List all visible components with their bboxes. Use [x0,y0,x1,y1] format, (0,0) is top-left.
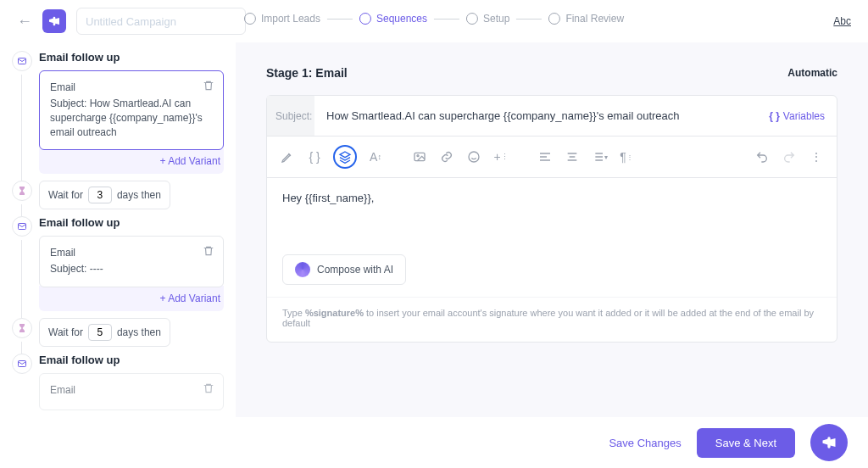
email-label: Email [50,384,213,396]
wait-step[interactable]: Wait for days then [39,318,170,347]
step-setup[interactable]: Setup [466,13,509,25]
hourglass-icon [12,318,32,338]
email-subject-preview: Subject: How Smartlead.AI can supercharg… [50,97,213,139]
pencil-icon[interactable] [279,148,296,165]
help-fab-icon[interactable] [810,424,848,461]
braces-icon[interactable]: { } [306,148,323,165]
signature-hint: Type %signature% to insert your email ac… [267,297,837,342]
followup-title: Email follow up [39,51,224,64]
campaign-title-input[interactable] [76,8,246,35]
abc-link[interactable]: Abc [833,15,851,27]
email-label: Email [50,247,213,259]
megaphone-icon [42,9,66,33]
back-arrow-icon[interactable]: ← [17,13,32,31]
sequence-sidebar: Email follow up Email Subject: How Smart… [0,42,236,417]
svg-point-4 [417,155,419,157]
add-variant-button[interactable]: + Add Variant [39,148,224,174]
save-changes-link[interactable]: Save Changes [609,437,681,449]
save-next-button[interactable]: Save & Next [697,428,795,458]
mail-icon [12,51,32,71]
ai-swirl-icon [295,262,310,277]
subject-input[interactable] [326,109,769,122]
step-sequences[interactable]: Sequences [359,13,427,25]
trash-icon[interactable] [203,80,214,94]
variables-button[interactable]: Variables [769,110,825,122]
automatic-label[interactable]: Automatic [787,67,837,79]
editor-toolbar: { } A↕ +⋮ ▾ ¶⋮ [267,136,837,178]
trash-icon[interactable] [203,245,214,259]
layers-icon[interactable] [333,145,357,169]
compose-ai-button[interactable]: Compose with AI [282,254,406,285]
email-body-editor[interactable]: Hey {{first_name}}, [267,178,837,254]
image-icon[interactable] [411,148,428,165]
followup-title: Email follow up [39,354,224,366]
email-label: Email [50,81,213,93]
wait-days-input[interactable] [88,187,112,203]
plus-icon[interactable]: +⋮ [492,148,509,165]
hourglass-icon [12,181,32,201]
step-import-leads[interactable]: Import Leads [244,13,320,25]
emoji-icon[interactable] [465,148,482,165]
step-final-review[interactable]: Final Review [548,13,624,25]
email-card[interactable]: Email Subject: ---- [39,236,224,287]
followup-title: Email follow up [39,216,224,229]
mail-icon [12,354,32,374]
svg-point-5 [469,152,479,162]
mail-icon [12,216,32,237]
wait-step[interactable]: Wait for days then [39,181,170,209]
text-size-icon[interactable]: A↕ [367,148,384,165]
list-icon[interactable]: ▾ [591,148,608,165]
align-left-icon[interactable] [537,148,554,165]
link-icon[interactable] [438,148,455,165]
footer-bar: Save Changes Save & Next [0,417,868,468]
more-icon[interactable]: ⋮ [808,148,825,165]
subject-label: Subject: [267,96,314,136]
paragraph-icon[interactable]: ¶⋮ [618,148,635,165]
editor-panel: Stage 1: Email Automatic Subject: Variab… [236,42,868,417]
redo-icon[interactable] [781,148,798,165]
wizard-steps: Import Leads Sequences Setup Final Revie… [244,13,624,25]
wait-days-input[interactable] [88,324,112,341]
undo-icon[interactable] [754,148,771,165]
align-center-icon[interactable] [564,148,581,165]
add-variant-button[interactable]: + Add Variant [39,286,224,311]
trash-icon[interactable] [203,382,214,397]
email-subject-preview: Subject: ---- [50,262,213,276]
email-card[interactable]: Email [39,373,224,410]
stage-title: Stage 1: Email [266,66,348,80]
email-card[interactable]: Email Subject: How Smartlead.AI can supe… [39,70,224,150]
